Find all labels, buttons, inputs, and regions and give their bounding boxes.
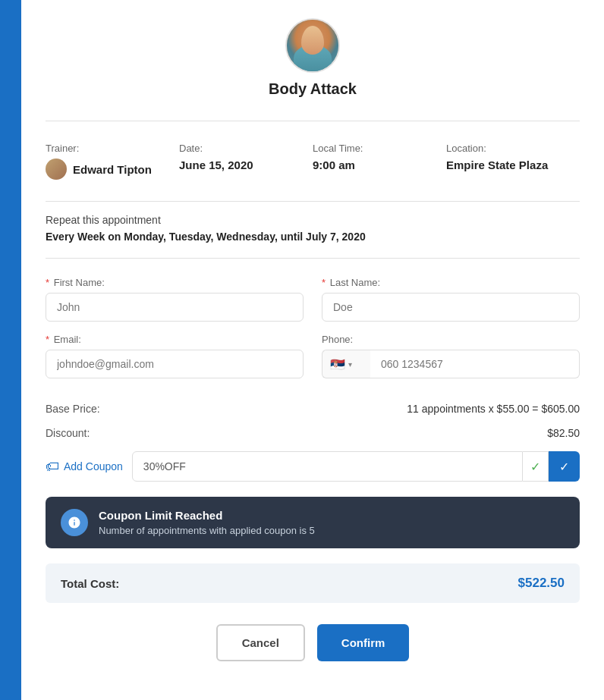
email-group: * Email: [46, 334, 304, 378]
date-cell: Date: June 15, 2020 [179, 143, 313, 180]
alert-icon-circle [61, 509, 88, 536]
coupon-confirm-button[interactable]: ✓ [549, 451, 580, 482]
main-content: Body Attack Trainer: Edward Tipton Date:… [21, 0, 604, 700]
repeat-value: Every Week on Monday, Tuesday, Wednesday… [46, 231, 580, 243]
last-name-group: * Last Name: [322, 277, 580, 322]
chevron-down-icon: ▾ [348, 360, 352, 369]
trainer-cell: Trainer: Edward Tipton [46, 143, 179, 180]
add-coupon-label: Add Coupon [64, 460, 123, 472]
location-value: Empire State Plaza [446, 159, 580, 171]
phone-number-input[interactable] [370, 350, 580, 378]
info-row: Trainer: Edward Tipton Date: June 15, 20… [46, 133, 580, 189]
phone-label: Phone: [322, 334, 580, 345]
coupon-row: 🏷 Add Coupon ✓ ✓ [46, 445, 580, 488]
date-value: June 15, 2020 [179, 159, 313, 171]
email-label: * Email: [46, 334, 304, 345]
last-name-input[interactable] [322, 293, 580, 322]
email-input[interactable] [46, 350, 304, 378]
action-row: Cancel Confirm [46, 624, 580, 661]
base-price-label: Base Price: [46, 403, 100, 415]
alert-message: Number of appointments with applied coup… [99, 525, 565, 536]
repeat-label: Repeat this appointment [46, 214, 580, 226]
trainer-label: Trainer: [46, 143, 179, 154]
trainer-avatar [46, 159, 67, 180]
left-bar [0, 0, 21, 700]
total-cost-row: Total Cost: $522.50 [46, 563, 580, 603]
total-label: Total Cost: [61, 577, 119, 590]
date-label: Date: [179, 143, 313, 154]
phone-input-group: 🇷🇸 ▾ [322, 350, 580, 378]
last-name-label: * Last Name: [322, 277, 580, 288]
first-name-group: * First Name: [46, 277, 304, 322]
add-coupon-button[interactable]: 🏷 Add Coupon [46, 459, 123, 475]
trainer-value: Edward Tipton [46, 159, 179, 180]
coupon-confirm-icon: ✓ [559, 460, 569, 474]
trainer-name: Edward Tipton [73, 163, 152, 176]
last-name-required: * [322, 277, 326, 288]
form-section: * First Name: * Last Name: * [46, 277, 580, 391]
repeat-section: Repeat this appointment Every Week on Mo… [46, 214, 580, 243]
name-row: * First Name: * Last Name: [46, 277, 580, 322]
base-price-value: 11 appointments x $55.00 = $605.00 [407, 403, 580, 415]
base-price-row: Base Price: 11 appointments x $55.00 = $… [46, 397, 580, 421]
alert-content: Coupon Limit Reached Number of appointme… [99, 509, 565, 536]
pricing-section: Base Price: 11 appointments x $55.00 = $… [46, 397, 580, 557]
email-required: * [46, 334, 49, 345]
divider-top [46, 121, 580, 121]
discount-label: Discount: [46, 427, 90, 439]
contact-row: * Email: Phone: 🇷🇸 ▾ [46, 334, 580, 378]
coupon-code-input[interactable] [132, 451, 523, 482]
divider-mid [46, 201, 580, 202]
total-value: $522.50 [518, 576, 565, 591]
first-name-label: * First Name: [46, 277, 304, 288]
coupon-valid-icon: ✓ [523, 451, 549, 482]
first-name-input[interactable] [46, 293, 304, 322]
discount-value: $82.50 [547, 427, 580, 439]
class-header: Body Attack [269, 18, 357, 98]
local-time-label: Local Time: [313, 143, 446, 154]
class-title: Body Attack [269, 80, 357, 98]
location-cell: Location: Empire State Plaza [446, 143, 580, 180]
first-name-required: * [46, 277, 49, 288]
local-time-cell: Local Time: 9:00 am [313, 143, 446, 180]
discount-row: Discount: $82.50 [46, 421, 580, 445]
local-time-value: 9:00 am [313, 159, 446, 171]
alert-title: Coupon Limit Reached [99, 509, 565, 522]
coupon-input-wrapper: ✓ ✓ [132, 451, 580, 482]
coupon-alert: Coupon Limit Reached Number of appointme… [46, 497, 580, 548]
phone-flag-selector[interactable]: 🇷🇸 ▾ [322, 350, 370, 378]
divider-form [46, 258, 580, 259]
info-icon [68, 516, 81, 529]
flag-icon: 🇷🇸 [330, 357, 345, 372]
cancel-button[interactable]: Cancel [216, 624, 305, 661]
coupon-icon: 🏷 [46, 459, 59, 475]
location-label: Location: [446, 143, 580, 154]
confirm-button[interactable]: Confirm [317, 624, 410, 661]
avatar [285, 18, 340, 73]
phone-group: Phone: 🇷🇸 ▾ [322, 334, 580, 378]
